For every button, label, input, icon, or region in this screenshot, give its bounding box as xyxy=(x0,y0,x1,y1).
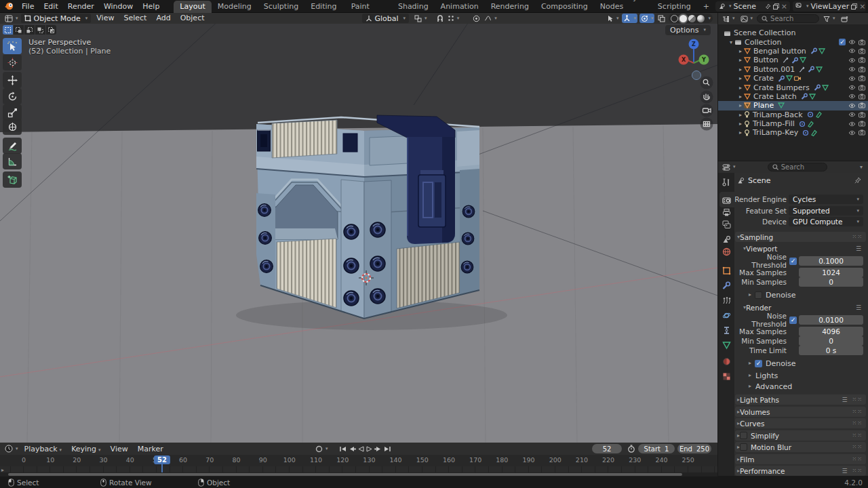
xray-toggle[interactable] xyxy=(656,14,667,23)
menu-playback[interactable]: Playback▾ xyxy=(20,443,67,455)
orthographic-toggle-button[interactable] xyxy=(701,118,713,131)
tab-scene-properties[interactable] xyxy=(722,235,731,244)
show-overlays-toggle[interactable]: ▾ xyxy=(639,14,655,23)
lights-row[interactable]: ▸ Lights xyxy=(734,371,864,380)
mode-dropdown[interactable]: Object Mode ▾ xyxy=(21,14,92,23)
timeline-editor-type-button[interactable]: ▾ xyxy=(3,444,20,453)
auto-keying-toggle[interactable]: ▾ xyxy=(314,444,330,453)
object-type-visibility-dropdown[interactable]: ▾ xyxy=(606,14,620,23)
outliner-filter-id-dropdown[interactable]: ▾ xyxy=(739,14,755,24)
viewport-canvas[interactable]: Z X Y Options ▾ User Persp xyxy=(0,24,717,443)
outliner-row-collection[interactable]: ▾ Collection ✓ xyxy=(718,37,868,46)
noise-threshold-checkbox[interactable]: ✓ xyxy=(789,258,797,265)
tab-view-layer-properties[interactable] xyxy=(722,220,731,229)
disclosure-triangle-icon[interactable]: ▸ xyxy=(737,57,744,63)
pin-icon[interactable] xyxy=(854,177,861,184)
outliner-row-button[interactable]: ▸ Button xyxy=(718,56,868,64)
preset-menu-icon[interactable]: ☰ xyxy=(856,245,862,252)
snap-toggle[interactable] xyxy=(435,14,445,23)
eye-icon[interactable] xyxy=(848,39,856,45)
properties-editor-type-button[interactable]: ▾ xyxy=(721,163,737,172)
disclosure-triangle-icon[interactable]: ▸ xyxy=(737,121,744,127)
menu-select[interactable]: Select xyxy=(119,13,151,24)
tab-scripting[interactable]: Scripting xyxy=(652,1,697,13)
panel-light-paths[interactable]: ▸Light Paths☰⁙⁙ xyxy=(735,394,866,405)
outliner-row-crate[interactable]: ▸ Crate xyxy=(718,74,868,83)
play-reverse-button[interactable] xyxy=(358,446,364,452)
tab-world-properties[interactable] xyxy=(722,247,731,256)
eye-icon[interactable] xyxy=(848,121,856,127)
shading-solid-button[interactable] xyxy=(679,15,687,22)
advanced-row[interactable]: ▸ Advanced xyxy=(734,382,864,391)
scrollbar-thumb[interactable] xyxy=(8,473,682,476)
outliner-display-mode-dropdown[interactable]: ▾ xyxy=(721,14,736,24)
disclosure-triangle-icon[interactable]: ▸ xyxy=(737,129,744,136)
tab-modeling[interactable]: Modeling xyxy=(212,1,258,13)
panel-expand-arrow[interactable]: ▸ xyxy=(1,467,4,473)
outliner-row-crate-latch[interactable]: ▸ Crate Latch xyxy=(718,92,868,101)
tab-sculpting[interactable]: Sculpting xyxy=(258,1,304,13)
disclosure-triangle-icon[interactable]: ▸ xyxy=(737,85,744,91)
eye-icon[interactable] xyxy=(848,58,856,63)
jump-to-end-button[interactable] xyxy=(384,446,391,452)
tab-material-properties[interactable] xyxy=(722,357,731,366)
playhead-line[interactable] xyxy=(161,464,163,472)
tab-render-properties[interactable] xyxy=(722,196,731,205)
camera-icon[interactable] xyxy=(859,121,865,127)
menu-edit[interactable]: Edit xyxy=(39,0,62,13)
subpanel-render[interactable]: ▾ Render ☰ xyxy=(734,302,866,312)
outliner-row-button-001[interactable]: ▸ Button.001 xyxy=(718,65,868,74)
frame-start-field[interactable]: Start1 xyxy=(638,444,675,453)
disclosure-triangle-icon[interactable]: ▸ xyxy=(737,102,744,108)
tab-physics-properties[interactable] xyxy=(722,311,731,320)
preset-menu-icon[interactable]: ☰ xyxy=(856,304,862,311)
pin-icon[interactable] xyxy=(765,3,771,9)
camera-icon[interactable] xyxy=(859,94,865,100)
menu-help[interactable]: Help xyxy=(138,0,164,13)
gizmo-negative-axis[interactable] xyxy=(692,71,701,80)
shading-rendered-button[interactable] xyxy=(697,15,705,22)
shading-wireframe-button[interactable] xyxy=(671,15,678,22)
new-view-layer-icon[interactable] xyxy=(851,3,857,9)
tool-transform[interactable] xyxy=(3,119,22,135)
eye-icon[interactable] xyxy=(848,94,856,99)
menu-view[interactable]: View xyxy=(106,443,133,455)
select-mode-subtract[interactable] xyxy=(24,25,35,35)
scene-selector[interactable]: ▾ Scene × xyxy=(715,1,790,12)
breadcrumb-id[interactable]: Scene xyxy=(748,176,771,185)
camera-icon[interactable] xyxy=(859,57,865,63)
panel-film[interactable]: ▸Film⁙⁙ xyxy=(735,454,866,464)
outliner-row-trilamp-key[interactable]: ▸ TriLamp-Key xyxy=(718,128,868,137)
view-layer-selector[interactable]: ▾ ViewLayer × xyxy=(793,1,866,12)
zoom-view-button[interactable] xyxy=(701,77,713,89)
menu-add[interactable]: Add xyxy=(152,13,174,24)
camera-icon[interactable] xyxy=(859,48,865,54)
menu-file[interactable]: File xyxy=(17,0,39,13)
pivot-point-dropdown[interactable]: ▾ xyxy=(413,14,429,23)
tab-modifier-properties[interactable] xyxy=(722,281,731,290)
tab-texture-paint[interactable]: Texture Paint xyxy=(345,0,392,13)
tab-texture-properties[interactable] xyxy=(722,372,731,381)
panel-simplify[interactable]: ▸Simplify⁙⁙ xyxy=(735,430,866,441)
properties-search[interactable] xyxy=(768,163,827,171)
remove-view-layer-icon[interactable]: × xyxy=(859,2,865,11)
current-frame-field[interactable]: 52 xyxy=(592,444,622,453)
unlink-scene-icon[interactable]: × xyxy=(781,2,787,11)
new-collection-button[interactable] xyxy=(840,14,850,24)
outliner-search[interactable] xyxy=(757,14,819,23)
pan-view-button[interactable] xyxy=(701,91,713,104)
tab-object-properties[interactable] xyxy=(722,266,731,275)
tab-tool-properties[interactable] xyxy=(722,178,731,187)
play-button[interactable] xyxy=(366,446,372,452)
viewport-noise-threshold-field[interactable]: 0.1000 xyxy=(799,256,863,266)
menu-window[interactable]: Window xyxy=(99,0,138,13)
disclosure-triangle-icon[interactable]: ▸ xyxy=(737,66,744,73)
viewport-denoise-row[interactable]: ▸ Denoise xyxy=(734,290,864,300)
preset-menu-icon[interactable]: ☰ xyxy=(842,396,848,403)
select-mode-extend[interactable] xyxy=(14,25,24,35)
time-limit-field[interactable]: 0 s xyxy=(799,346,863,355)
camera-icon[interactable] xyxy=(859,39,865,45)
tab-uv-editing[interactable]: UV Editing xyxy=(304,0,344,13)
select-mode-set[interactable] xyxy=(3,25,13,35)
select-mode-intersect[interactable] xyxy=(46,25,56,35)
